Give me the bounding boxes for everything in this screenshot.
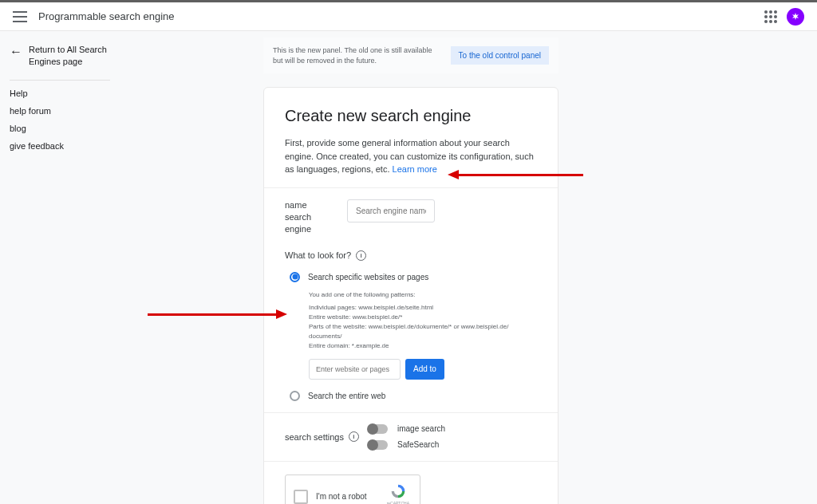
sidebar-item-feedback[interactable]: give feedback	[10, 133, 110, 151]
app-header: Programmable search engine	[0, 2, 817, 31]
sidebar: ← Return to All Search Engines page Help…	[0, 31, 120, 504]
pattern-help: You add one of the following patterns: I…	[285, 290, 537, 351]
website-input[interactable]	[309, 359, 401, 380]
app-title: Programmable search engine	[38, 10, 175, 22]
create-card: Create new search engine First, provide …	[263, 87, 558, 504]
notice-text: This is the new panel. The old one is st…	[273, 45, 432, 65]
radio-specific-websites[interactable]	[290, 272, 300, 282]
add-button[interactable]: Add to	[405, 359, 444, 380]
safesearch-label: SafeSearch	[397, 440, 439, 449]
recaptcha-checkbox[interactable]	[294, 490, 308, 504]
recaptcha: I'm not a robot reCAPTCHA Privacy - Term…	[285, 474, 420, 504]
learn-more-link[interactable]: Learn more	[393, 164, 437, 174]
recaptcha-label: I'm not a robot	[316, 492, 377, 501]
radio-entire-web[interactable]	[290, 391, 300, 401]
avatar[interactable]	[787, 8, 804, 26]
sidebar-item-blog[interactable]: blog	[10, 116, 110, 133]
radio-specific-label: Search specific websites or pages	[308, 273, 428, 282]
search-settings-label: search settings i	[285, 431, 361, 442]
back-link[interactable]: ← Return to All Search Engines page	[10, 44, 110, 81]
image-search-label: image search	[397, 424, 445, 433]
apps-icon[interactable]	[764, 10, 777, 23]
card-title: Create new search engine	[285, 107, 537, 125]
name-label: name search engine	[285, 199, 333, 236]
search-engine-name-input[interactable]	[347, 199, 435, 222]
image-search-toggle[interactable]	[369, 424, 388, 434]
card-intro: First, provide some general information …	[285, 136, 537, 176]
what-to-look-for-label: What to look for? i	[285, 250, 537, 261]
radio-entire-label: Search the entire web	[308, 392, 385, 400]
recaptcha-logo: reCAPTCHA Privacy - Terms	[385, 483, 412, 504]
arrow-left-icon: ←	[10, 45, 22, 59]
back-link-label: Return to All Search Engines page	[29, 44, 110, 69]
sidebar-item-help-forum[interactable]: help forum	[10, 98, 110, 116]
menu-icon[interactable]	[13, 11, 27, 22]
safesearch-toggle[interactable]	[369, 440, 388, 450]
info-icon[interactable]: i	[356, 250, 366, 261]
notice-bar: This is the new panel. The old one is st…	[263, 37, 558, 73]
info-icon[interactable]: i	[349, 431, 359, 442]
old-panel-button[interactable]: To the old control panel	[451, 46, 549, 65]
sidebar-item-help[interactable]: Help	[10, 81, 110, 98]
